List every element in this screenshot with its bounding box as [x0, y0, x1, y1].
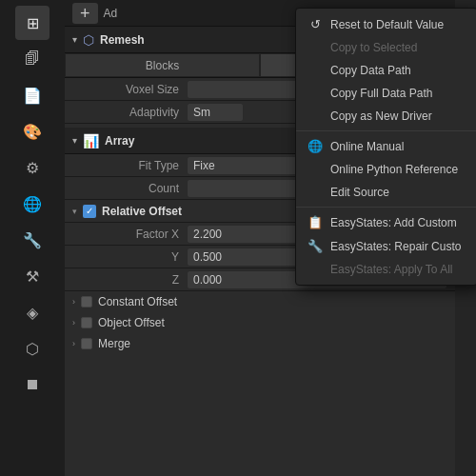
menu-copy-data-label: Copy Data Path	[330, 64, 411, 77]
separator-2	[296, 207, 476, 208]
sidebar-icon-data[interactable]: ◈	[15, 295, 50, 329]
smooth-sm: Sm	[193, 106, 210, 119]
sidebar-icon-constraint[interactable]: ⚒	[15, 259, 50, 293]
factor-y-label: Y	[72, 250, 187, 264]
fit-type-label: Fit Type	[72, 159, 187, 172]
sidebar-icon-modifier[interactable]: 🔧	[15, 223, 50, 257]
menu-copy-full-label: Copy Full Data Path	[330, 87, 432, 100]
add-label: Ad	[104, 7, 118, 20]
menu-online-manual-label: Online Manual	[330, 140, 404, 153]
factor-x-label: Factor X	[72, 228, 187, 241]
sidebar-icon-object[interactable]: ⬡	[15, 331, 50, 366]
menu-easystates-apply: EasyStates: Apply To All	[296, 258, 476, 281]
menu-easystates-add-label: EasyStates: Add Custom	[330, 216, 457, 229]
menu-new-driver-label: Copy as New Driver	[330, 109, 432, 123]
menu-easystates-repair-label: EasyStates: Repair Custo	[330, 240, 461, 253]
menu-easystates-apply-label: EasyStates: Apply To All	[330, 263, 453, 276]
relative-offset-label: Relative Offset	[102, 205, 182, 218]
factor-x-text: 2.200	[193, 228, 222, 241]
constant-offset-checkbox[interactable]	[81, 296, 92, 307]
sidebar-icon-layout[interactable]: ⊞	[15, 6, 50, 40]
sidebar-icon-paint[interactable]: 🎨	[15, 114, 50, 149]
left-sidebar: ⊞ 🗐 📄 🎨 ⚙ 🌐 🔧 ⚒ ◈ ⬡ ⏹	[0, 0, 65, 476]
menu-edit-source-label: Edit Source	[330, 186, 389, 199]
sidebar-icon-file[interactable]: 📄	[15, 78, 50, 112]
sidebar-icon-world[interactable]: 🌐	[15, 187, 50, 221]
add-button[interactable]: +	[72, 3, 98, 24]
array-title: Array	[105, 134, 134, 148]
fit-type-text: Fixe	[193, 159, 215, 172]
merge-checkbox[interactable]	[81, 338, 92, 349]
relative-offset-chevron: ▾	[72, 207, 77, 216]
menu-python-ref-label: Online Python Reference	[330, 163, 458, 176]
count-label: Count	[72, 182, 187, 195]
menu-copy-data[interactable]: Copy Data Path	[296, 59, 476, 82]
online-manual-icon: 🌐	[307, 139, 323, 153]
separator-1	[296, 130, 476, 131]
tab-blocks[interactable]: Blocks	[65, 53, 260, 77]
constant-offset-chevron: ›	[72, 297, 75, 307]
constant-offset-label: Constant Offset	[98, 295, 177, 308]
menu-reset-label: Reset to Default Value	[330, 18, 444, 31]
relative-offset-checkbox[interactable]: ✓	[83, 205, 96, 218]
array-icon: 📊	[83, 133, 99, 149]
adaptivity-label: Adaptivity	[72, 106, 187, 119]
menu-copy-selected-label: Copy to Selected	[330, 41, 417, 54]
remesh-chevron: ▾	[72, 34, 77, 45]
object-offset-chevron: ›	[72, 318, 75, 327]
reset-icon: ↺	[307, 17, 323, 31]
context-menu: ↺ Reset to Default Value Copy to Selecte…	[295, 8, 476, 286]
merge-chevron: ›	[72, 339, 75, 348]
sidebar-icon-view[interactable]: 🗐	[15, 42, 50, 76]
menu-online-manual[interactable]: 🌐 Online Manual	[296, 134, 476, 158]
merge-header[interactable]: › Merge	[65, 333, 455, 354]
object-offset-label: Object Offset	[98, 316, 165, 329]
factor-z-text: 0.000	[193, 273, 222, 287]
sidebar-icon-settings[interactable]: ⚙	[15, 150, 50, 185]
menu-new-driver[interactable]: Copy as New Driver	[296, 105, 476, 128]
remesh-title: Remesh	[100, 33, 145, 47]
easystates-add-icon: 📋	[307, 215, 323, 229]
menu-copy-full[interactable]: Copy Full Data Path	[296, 82, 476, 105]
menu-copy-selected: Copy to Selected	[296, 36, 476, 59]
remesh-icon: ⬡	[83, 32, 94, 48]
factor-z-label: Z	[72, 273, 187, 287]
array-chevron: ▾	[72, 135, 77, 146]
object-offset-checkbox[interactable]	[81, 317, 92, 328]
constant-offset-header[interactable]: › Constant Offset	[65, 291, 455, 312]
menu-edit-source[interactable]: Edit Source	[296, 181, 476, 204]
object-offset-header[interactable]: › Object Offset	[65, 312, 455, 333]
factor-y-text: 0.500	[193, 250, 222, 264]
sidebar-icon-scene[interactable]: ⏹	[15, 367, 50, 402]
adaptivity-value[interactable]: Sm	[187, 103, 244, 122]
menu-python-ref[interactable]: Online Python Reference	[296, 158, 476, 181]
menu-easystates-add[interactable]: 📋 EasyStates: Add Custom	[296, 210, 476, 234]
menu-easystates-repair[interactable]: 🔧 EasyStates: Repair Custo	[296, 234, 476, 258]
menu-reset[interactable]: ↺ Reset to Default Value	[296, 12, 476, 36]
merge-label: Merge	[98, 337, 130, 350]
voxel-size-label: Voxel Size	[72, 83, 187, 96]
easystates-repair-icon: 🔧	[307, 239, 323, 253]
